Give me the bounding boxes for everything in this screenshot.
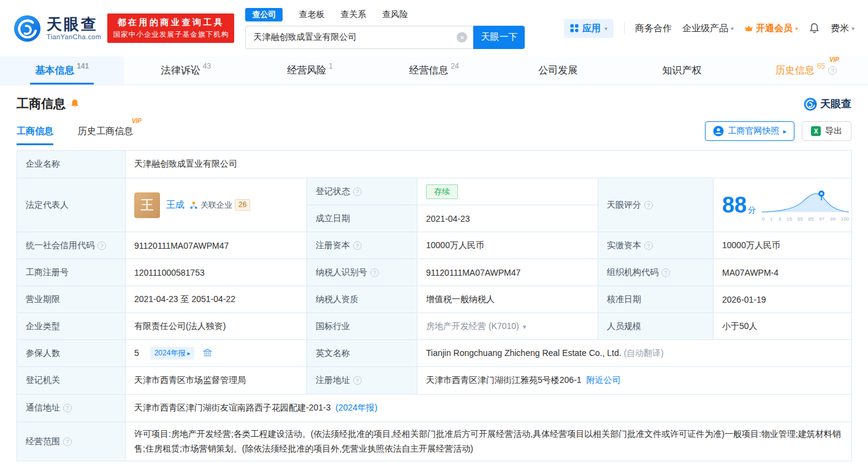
credit-code-value: 91120111MA07AWPM47 bbox=[126, 232, 307, 259]
logo-title: 天眼查 bbox=[47, 16, 101, 32]
export-button[interactable]: X 导出 bbox=[802, 121, 851, 141]
legal-rep-name-link[interactable]: 王成 bbox=[166, 199, 185, 211]
field-label-registry: 登记机关 bbox=[17, 367, 126, 395]
help-icon[interactable]: ? bbox=[644, 201, 653, 210]
nearby-companies-link[interactable]: 附近公司 bbox=[586, 375, 620, 385]
search-input[interactable] bbox=[245, 26, 473, 49]
vip-tag: VIP bbox=[829, 56, 839, 63]
arrow-right-icon: ▸ bbox=[783, 127, 786, 135]
tab-legal-proceedings[interactable]: 法律诉讼43 bbox=[124, 56, 248, 85]
apps-menu-button[interactable]: 应用 ▾ bbox=[564, 19, 614, 38]
notification-bell-icon[interactable] bbox=[809, 22, 820, 34]
annual-report-link[interactable]: (2024年报) bbox=[335, 403, 377, 412]
tab-history-info[interactable]: VIP 历史信息65 ? bbox=[744, 56, 868, 85]
search-button[interactable]: 天眼一下 bbox=[473, 26, 525, 49]
arrow-right-icon: ▸ bbox=[187, 350, 190, 357]
industry-value[interactable]: 房地产开发经营 (K7010)▾ bbox=[417, 313, 598, 340]
tianyancha-logo[interactable]: 天眼查 TianYanCha.com bbox=[13, 15, 101, 42]
company-type-value: 有限责任公司(法人独资) bbox=[126, 313, 307, 340]
social-insurance-icon[interactable] bbox=[203, 348, 212, 357]
field-label-reg-capital: 注册资本? bbox=[307, 232, 417, 259]
field-label-reg-number: 工商注册号 bbox=[17, 259, 126, 286]
help-icon[interactable]: ? bbox=[63, 437, 72, 446]
tab-basic-info[interactable]: 基本信息141 bbox=[0, 56, 124, 85]
field-label-credit-code: 统一社会信用代码? bbox=[17, 232, 126, 259]
field-label-english-name: 英文名称 bbox=[307, 340, 417, 367]
field-label-staff-size: 人员规模 bbox=[598, 313, 714, 340]
search-tabs: 查公司 查老板 查关系 查风险 bbox=[245, 8, 525, 21]
field-label-score: 天眼评分? bbox=[598, 178, 714, 232]
tianyancha-watermark-icon bbox=[804, 97, 817, 111]
help-icon[interactable]: ? bbox=[97, 241, 106, 250]
monitor-bell-icon[interactable] bbox=[70, 99, 80, 109]
reg-capital-value: 10000万人民币 bbox=[417, 232, 598, 259]
caret-down-icon: ▾ bbox=[731, 25, 734, 32]
org-graph-icon bbox=[189, 201, 198, 210]
legal-rep-avatar[interactable]: 王 bbox=[134, 192, 160, 218]
menu-open-vip[interactable]: 开通会员 ▾ bbox=[744, 23, 798, 34]
apps-grid-icon bbox=[570, 24, 579, 32]
help-icon[interactable]: ? bbox=[353, 241, 362, 250]
reg-status-cell: 存续 bbox=[417, 178, 598, 205]
paid-capital-value: 10000万人民币 bbox=[714, 232, 852, 259]
tab-operating-info[interactable]: 经营信息24 bbox=[372, 56, 496, 85]
tab-intellectual-property[interactable]: 知识产权 bbox=[620, 56, 744, 85]
approval-date-value: 2026-01-19 bbox=[714, 286, 852, 313]
main-content: 工商信息 天眼查 工商信息 VIP 历史工商信息 bbox=[0, 96, 868, 461]
clear-search-icon[interactable]: ✕ bbox=[457, 32, 467, 42]
org-code-value: MA07AWPM-4 bbox=[714, 259, 852, 286]
score-value[interactable]: 88分 bbox=[722, 192, 756, 218]
subtab-history-business-info[interactable]: VIP 历史工商信息 bbox=[78, 117, 133, 145]
chevron-down-icon[interactable]: ▾ bbox=[523, 323, 527, 330]
field-label-paid-capital: 实缴资本? bbox=[598, 232, 714, 259]
tianyancha-watermark: 天眼查 bbox=[804, 97, 851, 111]
taxpayer-quality-value: 增值税一般纳税人 bbox=[417, 286, 598, 313]
search-area: 查公司 查老板 查关系 查风险 ✕ 天眼一下 bbox=[245, 8, 525, 49]
help-icon[interactable]: ? bbox=[353, 376, 362, 385]
field-label-legal-rep: 法定代表人 bbox=[17, 178, 126, 232]
search-tab-risk[interactable]: 查风险 bbox=[382, 9, 408, 20]
legal-rep-cell: 王 王成 关联企业 26 bbox=[126, 178, 307, 232]
auto-translate-note: (自动翻译) bbox=[623, 348, 663, 358]
field-label-company-type: 企业类型 bbox=[17, 313, 126, 340]
tianyan-score-cell[interactable]: 88分 013 155585 9799100 bbox=[714, 178, 852, 232]
field-label-insured-count: 参保人数 bbox=[17, 340, 126, 367]
field-label-business-scope: 经营范围? bbox=[17, 422, 126, 461]
tianyancha-logo-icon bbox=[13, 15, 41, 42]
staff-size-value: 小于50人 bbox=[714, 313, 852, 340]
field-label-company-name: 企业名称 bbox=[17, 151, 126, 178]
menu-user[interactable]: 费米 ▾ bbox=[831, 23, 855, 34]
vip-tag: VIP bbox=[132, 118, 142, 124]
company-name-value: 天津融创致成置业有限公司 bbox=[126, 151, 852, 178]
field-label-mail-address: 通信地址? bbox=[17, 395, 126, 422]
official-snapshot-button[interactable]: 工商官网快照 ▸ bbox=[705, 121, 794, 141]
search-tab-company[interactable]: 查公司 bbox=[245, 8, 283, 21]
search-tab-relation[interactable]: 查关系 bbox=[340, 9, 366, 20]
search-tab-boss[interactable]: 查老板 bbox=[299, 9, 324, 20]
help-icon[interactable]: ? bbox=[63, 404, 72, 412]
caret-down-icon: ▾ bbox=[604, 25, 607, 32]
tab-company-development[interactable]: 公司发展 bbox=[496, 56, 620, 85]
help-icon[interactable]: ? bbox=[661, 268, 670, 277]
person-circle-icon bbox=[713, 126, 724, 137]
related-companies-badge[interactable]: 关联企业 26 bbox=[189, 199, 250, 211]
help-icon[interactable]: ? bbox=[644, 241, 653, 250]
field-label-org-code: 组织机构代码? bbox=[598, 259, 714, 286]
annual-report-badge[interactable]: 2024年报▸ bbox=[150, 347, 195, 360]
help-icon[interactable]: ? bbox=[828, 66, 837, 75]
menu-enterprise-products[interactable]: 企业级产品 ▾ bbox=[682, 23, 734, 34]
caret-down-icon: ▾ bbox=[795, 25, 798, 32]
business-info-subtabs: 工商信息 VIP 历史工商信息 bbox=[17, 117, 133, 145]
field-label-taxpayer-id: 纳税人识别号? bbox=[307, 259, 417, 286]
help-icon[interactable]: ? bbox=[353, 187, 362, 196]
subtab-business-info[interactable]: 工商信息 bbox=[17, 117, 53, 145]
watermark-brand-text: 天眼查 bbox=[820, 97, 851, 111]
help-icon[interactable]: ? bbox=[370, 268, 379, 277]
menu-business-cooperation[interactable]: 商务合作 bbox=[635, 23, 672, 34]
business-term-value: 2021-04-23 至 2051-04-22 bbox=[126, 286, 307, 313]
score-curve-chart: 013 155585 9799100 bbox=[761, 189, 850, 222]
slogan-line1: 都在用的商业查询工具 bbox=[113, 17, 229, 28]
excel-icon: X bbox=[811, 126, 821, 136]
crown-icon bbox=[744, 25, 753, 32]
tab-operating-risk[interactable]: 经营风险1 bbox=[248, 56, 372, 85]
